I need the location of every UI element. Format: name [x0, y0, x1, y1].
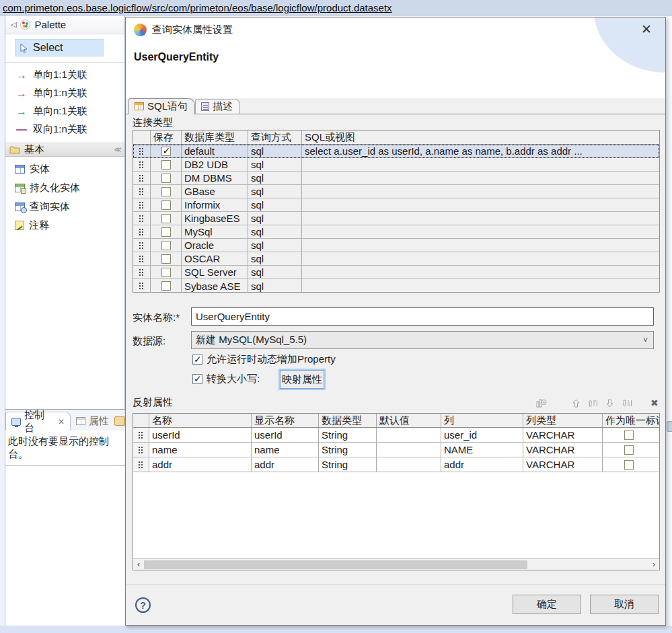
- db-type-cell[interactable]: SQL Server: [182, 266, 248, 278]
- row-handle[interactable]: [133, 428, 149, 442]
- palette-item-annotation[interactable]: 注释: [5, 216, 124, 235]
- col-query-mode[interactable]: 查询方式: [248, 131, 302, 144]
- palette-item-entity[interactable]: 实体: [5, 159, 124, 178]
- option-case-convert[interactable]: 转换大小写:: [192, 373, 260, 385]
- row-handle[interactable]: [133, 158, 151, 171]
- save-checkbox[interactable]: [161, 187, 171, 196]
- query-mode-cell[interactable]: sql: [248, 239, 302, 252]
- row-handle[interactable]: [133, 198, 151, 211]
- query-mode-cell[interactable]: sql: [248, 185, 302, 198]
- table-row[interactable]: OSCAR sql: [133, 252, 659, 266]
- row-handle[interactable]: [133, 145, 151, 157]
- save-cell[interactable]: [151, 239, 182, 252]
- map-properties-button[interactable]: 映射属性: [280, 370, 324, 389]
- save-checkbox[interactable]: [161, 254, 171, 264]
- save-cell[interactable]: [151, 185, 182, 198]
- table-row[interactable]: SQL Server sql: [133, 266, 659, 279]
- minimized-tray-icon[interactable]: [667, 421, 672, 432]
- option-dynamic-property[interactable]: 允许运行时动态增加Property: [192, 353, 336, 366]
- query-mode-cell[interactable]: sql: [248, 198, 302, 211]
- column-type-cell[interactable]: VARCHAR: [523, 443, 603, 457]
- sql-cell[interactable]: [302, 252, 659, 265]
- palette-item-persist-entity[interactable]: 持久化实体: [5, 178, 124, 197]
- table-row[interactable]: DB2 UDB sql: [133, 158, 659, 172]
- db-type-cell[interactable]: default: [182, 145, 248, 157]
- row-handle[interactable]: [133, 172, 151, 184]
- unique-checkbox[interactable]: [624, 445, 634, 455]
- col-column-type[interactable]: 列类型: [523, 414, 603, 427]
- db-type-cell[interactable]: Informix: [182, 198, 248, 211]
- save-cell[interactable]: [151, 158, 182, 171]
- tab-description[interactable]: 描述: [195, 99, 240, 114]
- col-column[interactable]: 列: [441, 414, 523, 427]
- horizontal-scrollbar[interactable]: ‹ ›: [133, 558, 659, 570]
- name-cell[interactable]: name: [149, 443, 252, 457]
- row-handle[interactable]: [133, 457, 149, 472]
- default-cell[interactable]: [377, 428, 441, 442]
- table-row[interactable]: default sql select a.user_id as userId, …: [133, 145, 659, 158]
- entity-name-input[interactable]: UserQueryEntity: [191, 307, 654, 326]
- table-row[interactable]: Informix sql: [133, 198, 659, 212]
- column-cell[interactable]: NAME: [441, 443, 523, 457]
- save-checkbox[interactable]: [161, 200, 171, 210]
- save-checkbox[interactable]: [161, 174, 171, 183]
- tab-partial-icon[interactable]: [114, 416, 125, 426]
- save-cell[interactable]: [151, 172, 182, 184]
- sql-cell[interactable]: [302, 239, 659, 252]
- scrollbar-track[interactable]: [144, 560, 648, 570]
- save-cell[interactable]: [151, 252, 182, 265]
- sql-cell[interactable]: [302, 279, 659, 293]
- unique-cell[interactable]: [603, 443, 659, 457]
- col-db-type[interactable]: 数据库类型: [182, 131, 248, 144]
- table-row[interactable]: Oracle sql: [133, 239, 659, 252]
- sql-cell[interactable]: [302, 172, 659, 184]
- datasource-select[interactable]: 新建 MySQL(MySql_5.5) ˅: [191, 331, 654, 349]
- display-cell[interactable]: name: [252, 443, 319, 457]
- palette-item-relation-bidir[interactable]: — 双向1:n关联: [5, 120, 124, 139]
- close-icon[interactable]: ✕: [58, 417, 65, 426]
- move-down-icon[interactable]: [604, 398, 615, 409]
- query-mode-cell[interactable]: sql: [248, 252, 302, 265]
- db-type-cell[interactable]: MySql: [182, 225, 248, 238]
- sql-cell[interactable]: [302, 212, 659, 225]
- type-cell[interactable]: String: [319, 443, 377, 457]
- palette-item-query-entity[interactable]: 查询实体: [5, 197, 124, 216]
- unique-checkbox[interactable]: [624, 460, 634, 470]
- delete-icon[interactable]: ✖: [649, 398, 660, 409]
- table-row[interactable]: GBase sql: [133, 185, 659, 198]
- row-handle[interactable]: [133, 239, 151, 252]
- dynamic-property-checkbox[interactable]: [192, 355, 202, 365]
- row-handle[interactable]: [133, 266, 151, 278]
- collapse-chevrons-icon[interactable]: ≪: [114, 145, 122, 154]
- sql-cell[interactable]: select a.user_id as userId, a.name as na…: [302, 145, 659, 157]
- palette-item-relation-nto1[interactable]: → 单向n:1关联: [5, 102, 124, 120]
- editor-path-text[interactable]: com.primeton.eos.base.logicflow/src/com/…: [3, 2, 392, 13]
- row-handle[interactable]: [133, 279, 151, 293]
- save-cell[interactable]: [151, 212, 182, 225]
- query-mode-cell[interactable]: sql: [248, 266, 302, 278]
- save-cell[interactable]: [151, 145, 182, 157]
- scroll-left-icon[interactable]: ‹: [133, 559, 144, 570]
- refresh-mapping-icon[interactable]: [536, 398, 547, 409]
- unique-cell[interactable]: [603, 457, 659, 472]
- tab-sql[interactable]: SQL语句: [128, 98, 195, 114]
- close-icon[interactable]: ✕: [641, 23, 652, 36]
- save-checkbox[interactable]: [161, 241, 171, 250]
- row-handle[interactable]: [133, 225, 151, 238]
- db-type-cell[interactable]: DM DBMS: [182, 172, 248, 184]
- save-checkbox[interactable]: [161, 227, 171, 237]
- cancel-button[interactable]: 取消: [590, 595, 659, 614]
- column-type-cell[interactable]: VARCHAR: [523, 428, 603, 442]
- sql-cell[interactable]: [302, 185, 659, 198]
- col-display-name[interactable]: 显示名称: [252, 414, 319, 427]
- default-cell[interactable]: [377, 457, 441, 472]
- palette-collapse-icon[interactable]: ◁: [11, 20, 16, 29]
- db-type-cell[interactable]: GBase: [182, 185, 248, 198]
- save-checkbox[interactable]: [161, 281, 171, 291]
- sql-cell[interactable]: [302, 225, 659, 238]
- sort-up-icon[interactable]: [587, 398, 598, 409]
- row-handle[interactable]: [133, 185, 151, 198]
- query-mode-cell[interactable]: sql: [248, 145, 302, 157]
- query-mode-cell[interactable]: sql: [248, 212, 302, 225]
- tab-console[interactable]: 控制台 ✕: [5, 412, 71, 431]
